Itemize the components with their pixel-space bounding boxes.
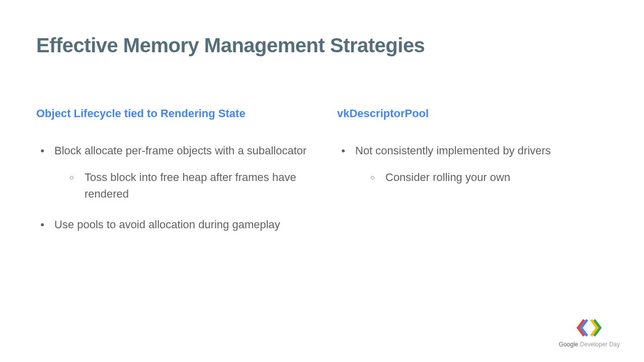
slide-title: Effective Memory Management Strategies	[36, 34, 608, 57]
list-item: Block allocate per-frame objects with a …	[54, 142, 307, 202]
list-item-text: Use pools to avoid allocation during gam…	[54, 218, 280, 231]
columns: Object Lifecycle tied to Rendering State…	[36, 107, 608, 247]
sub-list-item: Consider rolling your own	[385, 169, 608, 186]
list-item: Use pools to avoid allocation during gam…	[54, 216, 307, 233]
footer-logo: Google Developer Day	[559, 319, 620, 348]
list-item-text: Not consistently implemented by drivers	[355, 144, 551, 157]
slide: Effective Memory Management Strategies O…	[0, 0, 644, 247]
sub-list: Toss block into free heap after frames h…	[54, 169, 307, 202]
right-heading: vkDescriptorPool	[337, 107, 608, 120]
left-column: Object Lifecycle tied to Rendering State…	[36, 107, 307, 247]
footer-text: Google Developer Day	[559, 341, 620, 348]
right-list: Not consistently implemented by drivers …	[337, 142, 608, 186]
footer-brand2: Developer Day	[578, 341, 620, 348]
footer-brand1: Google	[559, 341, 579, 348]
left-list: Block allocate per-frame objects with a …	[36, 142, 307, 233]
list-item-text: Block allocate per-frame objects with a …	[54, 144, 306, 157]
right-column: vkDescriptorPool Not consistently implem…	[337, 107, 608, 247]
google-brackets-icon	[576, 319, 602, 337]
sub-list-item: Toss block into free heap after frames h…	[85, 169, 307, 202]
sub-list: Consider rolling your own	[355, 169, 608, 186]
left-heading: Object Lifecycle tied to Rendering State	[36, 107, 307, 120]
list-item: Not consistently implemented by drivers …	[355, 142, 608, 186]
